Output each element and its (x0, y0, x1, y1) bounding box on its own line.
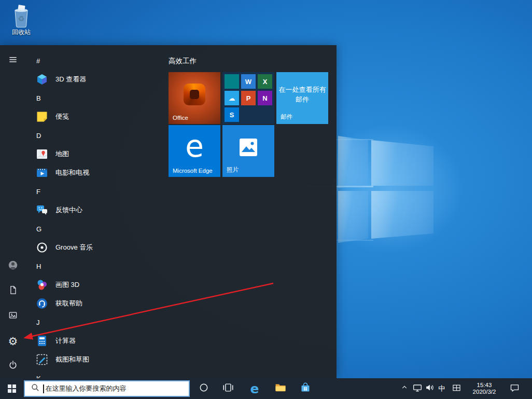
date-text: 2020/3/2 (473, 389, 496, 396)
app-item-maps[interactable]: 地图 (31, 145, 165, 163)
action-center-button[interactable] (505, 378, 524, 399)
user-account-button[interactable] (1, 254, 25, 279)
app-item-feedback-hub[interactable]: 反馈中心 (31, 201, 165, 219)
tile-label: Microsoft Edge (173, 168, 213, 174)
pictures-button[interactable] (1, 304, 25, 328)
action-center-icon (509, 382, 520, 395)
edge-icon: e (250, 381, 259, 396)
app-item-paint-3d[interactable]: 画图 3D (31, 276, 165, 294)
snip-sketch-icon (35, 353, 49, 366)
app-section-header[interactable]: D (31, 126, 165, 145)
taskbar: 在这里输入你要搜索的内容 e (0, 378, 532, 399)
sticky-notes-icon (35, 110, 49, 123)
file-explorer-button[interactable] (269, 378, 292, 399)
chevron-up-icon (400, 383, 409, 394)
app-label: 画图 3D (55, 280, 79, 290)
section-letter: H (31, 263, 41, 270)
tile-photos[interactable]: 照片 (222, 125, 274, 177)
tile-microsoft-edge[interactable]: e Microsoft Edge (169, 125, 220, 177)
app-glyph: P (246, 94, 251, 102)
get-help-icon (35, 297, 49, 310)
app-section-header[interactable]: G (31, 219, 165, 238)
app-label: 获取帮助 (55, 299, 82, 308)
recycle-bin-label: 回收站 (6, 28, 36, 37)
windows-logo-pane (338, 136, 368, 188)
app-glyph: W (245, 78, 251, 86)
app-item-movies-tv[interactable]: 电影和电视 (31, 163, 165, 182)
office-folder-app[interactable]: ☁ (225, 91, 239, 105)
office-folder-app[interactable]: S (225, 107, 239, 122)
expand-menu-button[interactable] (1, 48, 25, 73)
app-item-3d-viewer[interactable]: 3D 查看器 (31, 70, 165, 89)
microsoft-store-button[interactable] (293, 378, 317, 399)
app-section-header[interactable]: K (31, 369, 165, 378)
app-section-header[interactable]: H (31, 257, 165, 276)
time-text: 15:43 (477, 382, 492, 389)
tile-group-title[interactable]: 高效工作 (169, 57, 197, 66)
app-glyph: S (230, 111, 234, 119)
app-section-header[interactable]: B (31, 89, 165, 107)
svg-text:♻: ♻ (18, 15, 25, 23)
tile-office-folder[interactable]: W X ☁ P N S (222, 72, 274, 124)
maps-icon (35, 147, 49, 161)
edge-logo-icon: e (169, 126, 220, 167)
app-section-header[interactable]: F (31, 182, 165, 201)
app-item-snip-sketch[interactable]: 截图和草图 (31, 350, 165, 369)
3d-viewer-icon (35, 73, 49, 86)
tile-mail[interactable]: 在一处查看所有 邮件 邮件 (276, 72, 328, 124)
app-glyph: N (262, 94, 267, 102)
network-status-button[interactable] (411, 378, 423, 399)
office-folder-app[interactable]: P (241, 91, 256, 105)
app-label: 3D 查看器 (55, 75, 86, 84)
keyboard-layout-button[interactable] (449, 378, 464, 399)
power-button[interactable] (1, 353, 25, 378)
mail-tile-headline: 在一处查看所有 邮件 (276, 85, 328, 104)
store-bag-icon (299, 381, 312, 396)
section-letter: G (31, 225, 41, 233)
cortana-button[interactable] (193, 378, 215, 399)
text-caret (43, 384, 44, 393)
office-logo-icon (184, 84, 205, 105)
app-glyph: ☁ (229, 94, 235, 102)
document-icon (8, 285, 18, 297)
start-button[interactable] (0, 378, 24, 399)
tile-grid: Office W X ☁ P N S 在一处查看所有 邮件 邮件 e Micro… (169, 72, 328, 178)
task-view-button[interactable] (217, 378, 240, 399)
app-label: 截图和草图 (55, 355, 89, 364)
windows-logo-icon (8, 384, 16, 393)
user-avatar-icon (7, 259, 19, 273)
clock[interactable]: 15:43 2020/3/2 (465, 378, 504, 399)
section-letter: J (31, 319, 40, 326)
tray-show-hidden-icons-button[interactable] (398, 378, 411, 399)
hamburger-icon (8, 54, 18, 67)
app-label: 地图 (55, 149, 69, 159)
office-folder-app[interactable]: N (258, 91, 272, 105)
edge-taskbar-button[interactable]: e (243, 378, 267, 399)
task-view-icon (222, 382, 234, 395)
section-letter: D (31, 132, 41, 140)
app-item-get-help[interactable]: 获取帮助 (31, 294, 165, 313)
settings-button[interactable]: ⚙ (1, 328, 25, 353)
taskbar-search-input[interactable]: 在这里输入你要搜索的内容 (24, 380, 190, 397)
app-section-header[interactable]: # (31, 51, 165, 70)
volume-button[interactable] (424, 378, 436, 399)
office-folder-app[interactable] (225, 74, 239, 89)
app-label: 便笺 (55, 112, 69, 121)
office-folder-app[interactable]: W (241, 74, 256, 89)
movies-tv-icon (35, 166, 49, 180)
app-label: 电影和电视 (55, 168, 89, 177)
app-section-header[interactable]: J (31, 313, 165, 332)
app-item-groove-music[interactable]: Groove 音乐 (31, 238, 165, 257)
gear-icon: ⚙ (8, 336, 18, 347)
office-folder-app[interactable]: X (258, 74, 272, 89)
tile-office[interactable]: Office (169, 72, 220, 124)
recycle-bin-desktop-icon[interactable]: ♻ 回收站 (6, 4, 36, 37)
app-item-calculator[interactable]: 计算器 (31, 332, 165, 350)
app-label: 计算器 (55, 336, 76, 346)
tile-label: 邮件 (281, 113, 292, 121)
documents-button[interactable] (1, 279, 25, 304)
folder-icon (274, 381, 287, 396)
ime-language-indicator[interactable]: 中 (436, 378, 447, 399)
app-label: 反馈中心 (55, 205, 82, 215)
app-item-sticky-notes[interactable]: 便笺 (31, 107, 165, 126)
